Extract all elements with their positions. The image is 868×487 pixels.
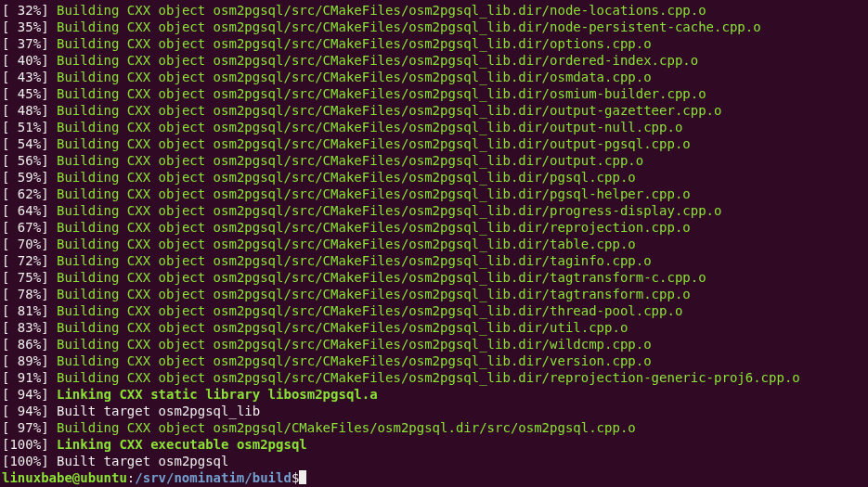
build-message: Building CXX object osm2pgsql/src/CMakeF… — [57, 70, 652, 84]
progress-percent: 32% — [9, 3, 41, 18]
build-message: Building CXX object osm2pgsql/src/CMakeF… — [57, 186, 691, 201]
bracket-close: ] — [41, 353, 57, 368]
prompt-user: linuxbabe@ubuntu — [2, 470, 127, 485]
output-line: [ 48%] Building CXX object osm2pgsql/src… — [2, 102, 866, 119]
bracket-close: ] — [41, 287, 57, 301]
bracket-close: ] — [41, 153, 57, 168]
output-line: [100%] Linking CXX executable osm2pgsql — [2, 436, 866, 453]
progress-percent: 75% — [9, 270, 41, 285]
progress-percent: 64% — [9, 203, 41, 218]
progress-percent: 54% — [9, 136, 41, 151]
build-message: Building CXX object osm2pgsql/src/CMakeF… — [57, 303, 682, 318]
output-line: [ 75%] Building CXX object osm2pgsql/src… — [2, 269, 866, 286]
build-message: Building CXX object osm2pgsql/src/CMakeF… — [57, 153, 643, 168]
build-message: Building CXX object osm2pgsql/src/CMakeF… — [57, 353, 652, 368]
bracket-close: ] — [41, 437, 57, 452]
progress-percent: 100% — [9, 454, 41, 468]
build-message: Building CXX object osm2pgsql/src/CMakeF… — [57, 136, 691, 151]
output-line: [ 94%] Built target osm2pgsql_lib — [2, 403, 866, 419]
bracket-close: ] — [41, 420, 57, 435]
progress-percent: 35% — [9, 19, 41, 34]
build-message: Building CXX object osm2pgsql/src/CMakeF… — [57, 120, 682, 135]
build-message: Building CXX object osm2pgsql/CMakeFiles… — [57, 420, 636, 435]
progress-percent: 40% — [9, 53, 41, 68]
bracket-close: ] — [41, 120, 57, 135]
plain-message: Built target osm2pgsql_lib — [57, 404, 260, 418]
prompt-line[interactable]: linuxbabe@ubuntu:/srv/nominatim/build$ — [2, 469, 866, 486]
progress-percent: 59% — [9, 170, 41, 185]
bracket-close: ] — [41, 220, 57, 235]
progress-percent: 81% — [9, 303, 41, 318]
link-message: Linking CXX static library libosm2pgsql.… — [57, 387, 378, 402]
build-message: Building CXX object osm2pgsql/src/CMakeF… — [57, 337, 652, 352]
progress-percent: 89% — [9, 353, 41, 368]
build-message: Building CXX object osm2pgsql/src/CMakeF… — [57, 270, 706, 285]
terminal-output[interactable]: [ 32%] Building CXX object osm2pgsql/src… — [0, 0, 868, 487]
output-line: [ 97%] Building CXX object osm2pgsql/CMa… — [2, 419, 866, 436]
output-line: [ 64%] Building CXX object osm2pgsql/src… — [2, 202, 866, 219]
progress-percent: 97% — [9, 420, 41, 435]
build-message: Building CXX object osm2pgsql/src/CMakeF… — [57, 203, 721, 218]
progress-percent: 56% — [9, 153, 41, 168]
bracket-close: ] — [41, 53, 57, 68]
progress-percent: 67% — [9, 220, 41, 235]
progress-percent: 83% — [9, 320, 41, 335]
progress-percent: 45% — [9, 86, 41, 101]
prompt-end: $ — [291, 470, 299, 485]
output-line: [ 43%] Building CXX object osm2pgsql/src… — [2, 69, 866, 85]
prompt-path: /srv/nominatim/build — [135, 470, 291, 485]
output-line: [ 94%] Linking CXX static library libosm… — [2, 386, 866, 403]
output-line: [ 59%] Building CXX object osm2pgsql/src… — [2, 169, 866, 186]
progress-percent: 78% — [9, 287, 41, 301]
output-line: [ 35%] Building CXX object osm2pgsql/src… — [2, 19, 866, 35]
progress-percent: 94% — [9, 387, 41, 402]
build-message: Building CXX object osm2pgsql/src/CMakeF… — [57, 3, 706, 18]
output-line: [ 86%] Building CXX object osm2pgsql/src… — [2, 336, 866, 352]
output-line: [ 78%] Building CXX object osm2pgsql/src… — [2, 286, 866, 302]
bracket-close: ] — [41, 337, 57, 352]
progress-percent: 70% — [9, 237, 41, 251]
output-line: [ 54%] Building CXX object osm2pgsql/src… — [2, 135, 866, 152]
output-line: [100%] Built target osm2pgsql — [2, 453, 866, 469]
output-line: [ 32%] Building CXX object osm2pgsql/src… — [2, 2, 866, 19]
bracket-close: ] — [41, 320, 57, 335]
bracket-close: ] — [41, 170, 57, 185]
progress-percent: 91% — [9, 370, 41, 385]
build-message: Building CXX object osm2pgsql/src/CMakeF… — [57, 370, 800, 385]
build-message: Building CXX object osm2pgsql/src/CMakeF… — [57, 237, 636, 251]
build-message: Building CXX object osm2pgsql/src/CMakeF… — [57, 86, 706, 101]
progress-percent: 94% — [9, 404, 41, 418]
progress-percent: 72% — [9, 253, 41, 268]
output-line: [ 37%] Building CXX object osm2pgsql/src… — [2, 35, 866, 52]
output-line: [ 81%] Building CXX object osm2pgsql/src… — [2, 302, 866, 319]
build-message: Building CXX object osm2pgsql/src/CMakeF… — [57, 53, 698, 68]
progress-percent: 43% — [9, 70, 41, 84]
link-message: Linking CXX executable osm2pgsql — [57, 437, 307, 452]
output-line: [ 40%] Building CXX object osm2pgsql/src… — [2, 52, 866, 69]
progress-percent: 51% — [9, 120, 41, 135]
bracket-close: ] — [41, 103, 57, 118]
output-line: [ 89%] Building CXX object osm2pgsql/src… — [2, 352, 866, 369]
build-message: Building CXX object osm2pgsql/src/CMakeF… — [57, 103, 721, 118]
cursor — [299, 470, 306, 484]
output-line: [ 51%] Building CXX object osm2pgsql/src… — [2, 119, 866, 135]
bracket-close: ] — [41, 237, 57, 251]
bracket-close: ] — [41, 19, 57, 34]
output-line: [ 62%] Building CXX object osm2pgsql/src… — [2, 186, 866, 202]
progress-percent: 100% — [9, 437, 41, 452]
build-message: Building CXX object osm2pgsql/src/CMakeF… — [57, 170, 636, 185]
output-line: [ 72%] Building CXX object osm2pgsql/src… — [2, 252, 866, 269]
plain-message: Built target osm2pgsql — [57, 454, 228, 468]
bracket-close: ] — [41, 3, 57, 18]
progress-percent: 48% — [9, 103, 41, 118]
bracket-close: ] — [41, 136, 57, 151]
build-message: Building CXX object osm2pgsql/src/CMakeF… — [57, 253, 652, 268]
bracket-close: ] — [41, 203, 57, 218]
output-line: [ 45%] Building CXX object osm2pgsql/src… — [2, 85, 866, 102]
output-line: [ 67%] Building CXX object osm2pgsql/src… — [2, 219, 866, 236]
build-message: Building CXX object osm2pgsql/src/CMakeF… — [57, 36, 652, 51]
bracket-close: ] — [41, 303, 57, 318]
bracket-close: ] — [41, 253, 57, 268]
bracket-close: ] — [41, 370, 57, 385]
build-message: Building CXX object osm2pgsql/src/CMakeF… — [57, 320, 628, 335]
